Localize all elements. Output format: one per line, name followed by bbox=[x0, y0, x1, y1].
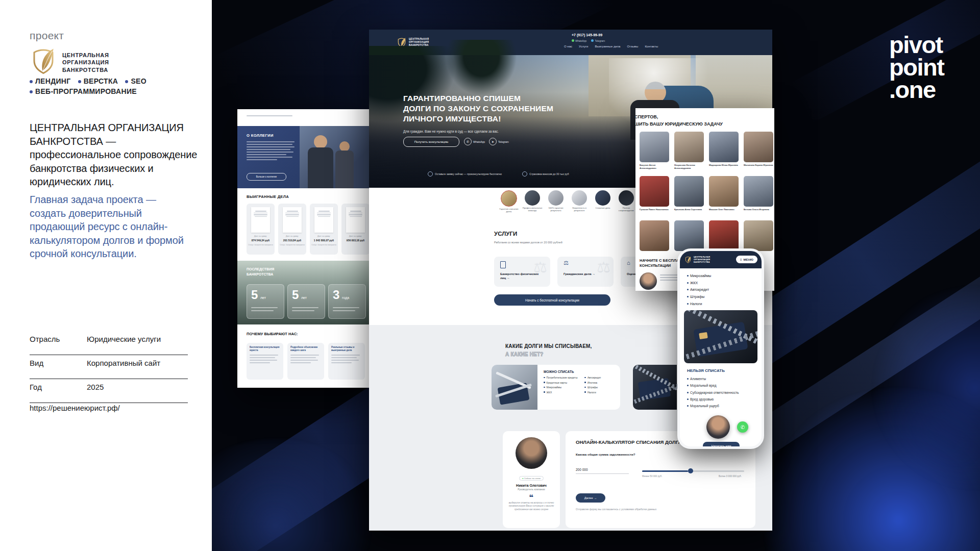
team-member-photo[interactable] bbox=[744, 220, 773, 251]
slider-knob[interactable] bbox=[688, 468, 693, 473]
expert-quote: выберите ответы на вопросы и я точно про… bbox=[503, 500, 560, 512]
team-title: КОМАНДА ЭКСПЕРТОВ, bbox=[635, 114, 658, 119]
badge-item[interactable]: 100% гарантия результата bbox=[545, 190, 567, 212]
case-label: Долг на сумму: bbox=[278, 235, 306, 237]
stat-unit: лет bbox=[301, 296, 307, 299]
service-card-bankruptcy[interactable]: ⚖ Банкротство физических лиц → bbox=[494, 257, 550, 287]
calculator-question: Какова общая сумма задолженности? bbox=[576, 453, 635, 456]
mobile-list-item: Микрозаймы bbox=[687, 272, 711, 280]
case-card[interactable]: Долг на сумму: 874 549,34 руб Статус: ба… bbox=[247, 204, 275, 255]
tag-bullet bbox=[30, 80, 33, 83]
service-card-civil[interactable]: ⚖ ⚖ Гражданские дела → bbox=[557, 257, 614, 287]
telegram-label: Telegram bbox=[498, 140, 509, 143]
table-row: Отрасль Юридические услуги bbox=[30, 331, 188, 355]
debt-slider[interactable] bbox=[642, 470, 744, 472]
badge-item[interactable]: Уверенность в результате bbox=[568, 190, 591, 212]
table-label: Год bbox=[30, 383, 87, 391]
team-member-card[interactable]: Белова Ольга Игоревна bbox=[744, 176, 773, 211]
badge-item[interactable]: Профессиональная команда bbox=[521, 190, 544, 212]
badge-item[interactable]: Сложные дела bbox=[592, 190, 614, 209]
can-item: Налоги bbox=[584, 390, 601, 395]
badge-item[interactable]: Гарантия списания долга bbox=[498, 190, 520, 213]
card-chip bbox=[699, 332, 708, 339]
table-label: Отрасль bbox=[30, 335, 87, 343]
team-member-card[interactable]: Мишкин Олег Павлович bbox=[709, 176, 739, 211]
site-nav: О нас Услуги Выигранные дела Отзывы Конт… bbox=[564, 45, 665, 48]
can-write-off-card: МОЖНО СПИСАТЬ Потребительские кредиты Кр… bbox=[492, 365, 620, 410]
tag-bullet bbox=[78, 80, 81, 83]
mobile-cannot-item: Моральный вред bbox=[687, 382, 739, 389]
about-title: О КОЛЛЕГИИ bbox=[247, 133, 274, 138]
services-subtitle: Работаем со всеми видами долгов от 20 00… bbox=[494, 241, 562, 244]
whatsapp-link[interactable]: WhatsApp bbox=[575, 40, 586, 42]
can-item: Штрафы bbox=[584, 385, 601, 390]
chat-icon[interactable]: ✆ bbox=[737, 421, 748, 433]
telegram-icon[interactable]: ➤ bbox=[489, 138, 497, 145]
case-status: Статус: банкротство завершено bbox=[310, 244, 338, 246]
mobile-menu-button[interactable]: ≡МЕНЮ bbox=[736, 256, 757, 263]
project-url-link[interactable]: https://решениеюрист.рф/ bbox=[30, 404, 120, 412]
team-member-card[interactable]: Бакулин Антон Александрович bbox=[640, 132, 669, 169]
team-member-photo[interactable] bbox=[640, 220, 669, 251]
badge-item[interactable]: Полное сопровождение bbox=[615, 190, 638, 212]
service-label: Гражданские дела → bbox=[564, 272, 604, 276]
background-glow bbox=[755, 388, 980, 551]
project-spec-table: Отрасль Юридические услуги Вид Корпорати… bbox=[30, 331, 188, 403]
team-member-card[interactable]: Гуськов Павел Николаевич bbox=[640, 176, 669, 211]
tag-landing: ЛЕНДИНГ bbox=[35, 77, 70, 85]
about-photo bbox=[300, 126, 369, 188]
calculator-disclaimer: Отправляя форму вы соглашаетесь с услови… bbox=[576, 508, 656, 511]
mobile-cannot-list: Алименты Моральный вред Субсидиарная отв… bbox=[687, 375, 739, 410]
nav-cases[interactable]: Выигранные дела bbox=[595, 45, 620, 48]
team-member-card[interactable]: Малинина Карина Юрьевна bbox=[744, 132, 773, 167]
calculator-next-button[interactable]: Далее → bbox=[576, 493, 605, 503]
telegram-link[interactable]: Telegram bbox=[595, 40, 605, 42]
mobile-list-item: ЖКХ bbox=[687, 280, 711, 287]
nav-contacts[interactable]: Контакты bbox=[645, 45, 658, 48]
hero-subtitle: Для граждан. Вам не нужно идти в суд — в… bbox=[403, 130, 499, 133]
mobile-write-us-button[interactable]: Написать нам bbox=[703, 442, 740, 446]
team-member-photo[interactable] bbox=[709, 220, 739, 251]
site-phone-number[interactable]: +7 (917) 145-99-99 bbox=[572, 33, 602, 37]
case-label: Долг на сумму: bbox=[247, 235, 275, 237]
quote-icon: ❝ bbox=[503, 495, 560, 500]
project-description: ЦЕНТРАЛЬНАЯ ОРГАНИЗАЦИЯ БАНКРОТСТВА — пр… bbox=[30, 121, 198, 189]
mobile-header: ЦЕНТРАЛЬНАЯОРГАНИЗАЦИЯБАНКРОТСТВА ≡МЕНЮ bbox=[680, 251, 762, 268]
hero-consult-button[interactable]: Получить консультацию bbox=[403, 137, 459, 147]
nav-services[interactable]: Услуги bbox=[579, 45, 588, 48]
nav-reviews[interactable]: Отзывы bbox=[627, 45, 638, 48]
debt-amount-input[interactable]: 200 000 bbox=[576, 468, 629, 474]
case-card[interactable]: Долг на сумму: 956 003,18 руб bbox=[341, 204, 369, 255]
chained-card-photo bbox=[633, 365, 677, 410]
house-icon: ⌂ bbox=[627, 260, 630, 266]
team-member-photo[interactable] bbox=[674, 220, 704, 251]
table-value: Юридические услуги bbox=[87, 335, 161, 343]
won-cases-section: ВЫИГРАННЫЕ ДЕЛА Долг на сумму: 874 549,3… bbox=[237, 188, 369, 261]
mobile-cannot-item: Субсидиарная ответственность bbox=[687, 389, 739, 396]
team-member-card[interactable]: Краснова Анна Сергеевна bbox=[674, 176, 704, 211]
case-card[interactable]: Долг на сумму: 1 642 800,07 руб Статус: … bbox=[310, 204, 338, 255]
consequences-title: ПОСЛЕДСТВИЯ БАНКРОТСТВА bbox=[247, 267, 292, 277]
project-goal: Главная задача проекта — создать доверит… bbox=[30, 193, 185, 261]
mobile-cannot-item: Вред здоровью bbox=[687, 396, 739, 403]
team-title-line2: ГОТОВЫХ РЕШИТЬ ВАШУ ЮРИДИЧЕСКУЮ ЗАДАЧУ bbox=[635, 121, 723, 127]
nav-about[interactable]: О нас bbox=[564, 45, 572, 48]
team-member-card[interactable]: Некрасова Наталья Александровна bbox=[674, 132, 704, 169]
kicker-label: проект bbox=[30, 30, 64, 42]
whatsapp-icon[interactable]: ✆ bbox=[464, 138, 472, 145]
stat-unit: лет bbox=[260, 296, 266, 299]
free-consultation-button[interactable]: Начать с бесплатной консультации bbox=[494, 294, 610, 306]
mobile-can-list: Микрозаймы ЖКХ Автокредит Штрафы Налоги bbox=[687, 272, 711, 307]
team-member-card[interactable]: Мадьярова Юлия Юрьевна bbox=[709, 132, 739, 167]
client-logo-leaf-icon bbox=[30, 47, 57, 74]
expert-status-badge: ● Сейчас на связи bbox=[519, 476, 544, 481]
can-item: Потребительские кредиты bbox=[544, 375, 577, 381]
case-card[interactable]: Долг на сумму: 201 510,84 руб Статус: ба… bbox=[278, 204, 306, 255]
table-label: Вид bbox=[30, 359, 87, 367]
about-more-button[interactable]: Больше о коллегии bbox=[247, 173, 286, 181]
telegram-icon bbox=[591, 39, 594, 42]
case-label: Долг на сумму: bbox=[310, 235, 338, 237]
project-info-panel: проект ЦЕНТРАЛЬНАЯ ОРГАНИЗАЦИЯ БАНКРОТСТ… bbox=[0, 0, 212, 551]
case-amount: 1 642 800,07 руб bbox=[310, 239, 338, 242]
stat-number: 3 bbox=[333, 288, 339, 302]
